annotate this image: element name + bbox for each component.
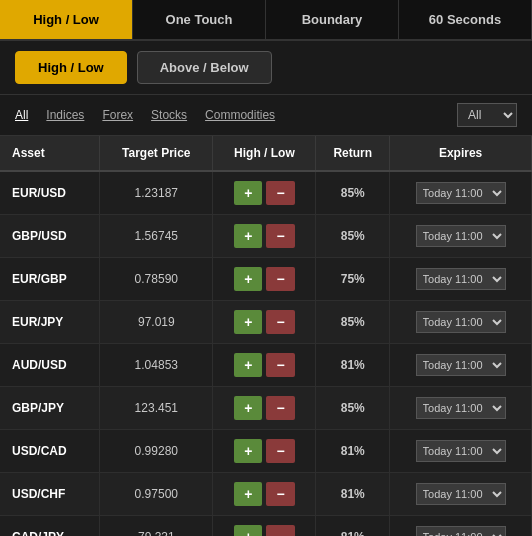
tab-one-touch[interactable]: One Touch bbox=[133, 0, 266, 39]
low-button[interactable]: − bbox=[266, 482, 294, 506]
expires-select[interactable]: Today 11:00 bbox=[416, 311, 506, 333]
table-row: EUR/JPY97.019+−85%Today 11:00 bbox=[0, 301, 532, 344]
cell-return: 81% bbox=[316, 516, 390, 537]
col-header-expires: Expires bbox=[390, 136, 532, 171]
low-button[interactable]: − bbox=[266, 310, 294, 334]
expires-select[interactable]: Today 11:00 bbox=[416, 225, 506, 247]
col-header-return: Return bbox=[316, 136, 390, 171]
cell-target-price: 1.04853 bbox=[100, 344, 213, 387]
col-header-high-low: High / Low bbox=[213, 136, 316, 171]
filter-commodities[interactable]: Commodities bbox=[205, 108, 275, 122]
cell-high-low: +− bbox=[213, 344, 316, 387]
table-row: AUD/USD1.04853+−81%Today 11:00 bbox=[0, 344, 532, 387]
cell-return: 81% bbox=[316, 430, 390, 473]
low-button[interactable]: − bbox=[266, 396, 294, 420]
filter-forex[interactable]: Forex bbox=[102, 108, 133, 122]
high-button[interactable]: + bbox=[234, 482, 262, 506]
cell-target-price: 0.99280 bbox=[100, 430, 213, 473]
cell-expires: Today 11:00 bbox=[390, 258, 532, 301]
cell-return: 85% bbox=[316, 171, 390, 215]
cell-high-low: +− bbox=[213, 301, 316, 344]
tab-60-seconds[interactable]: 60 Seconds bbox=[399, 0, 532, 39]
low-button[interactable]: − bbox=[266, 267, 294, 291]
high-button[interactable]: + bbox=[234, 267, 262, 291]
sub-btn-high-low[interactable]: High / Low bbox=[15, 51, 127, 84]
cell-expires: Today 11:00 bbox=[390, 473, 532, 516]
high-button[interactable]: + bbox=[234, 525, 262, 536]
cell-return: 85% bbox=[316, 387, 390, 430]
cell-asset: GBP/JPY bbox=[0, 387, 100, 430]
expires-select[interactable]: Today 11:00 bbox=[416, 268, 506, 290]
filter-stocks[interactable]: Stocks bbox=[151, 108, 187, 122]
sub-buttons: High / Low Above / Below bbox=[0, 41, 532, 95]
cell-target-price: 0.78590 bbox=[100, 258, 213, 301]
sub-btn-above-below[interactable]: Above / Below bbox=[137, 51, 272, 84]
cell-asset: AUD/USD bbox=[0, 344, 100, 387]
high-button[interactable]: + bbox=[234, 224, 262, 248]
expires-select[interactable]: Today 11:00 bbox=[416, 182, 506, 204]
high-button[interactable]: + bbox=[234, 353, 262, 377]
table-row: CAD/JPY79.331+−81%Today 11:00 bbox=[0, 516, 532, 537]
cell-target-price: 1.23187 bbox=[100, 171, 213, 215]
cell-asset: CAD/JPY bbox=[0, 516, 100, 537]
cell-asset: EUR/USD bbox=[0, 171, 100, 215]
low-button[interactable]: − bbox=[266, 525, 294, 536]
cell-return: 81% bbox=[316, 473, 390, 516]
low-button[interactable]: − bbox=[266, 439, 294, 463]
cell-high-low: +− bbox=[213, 473, 316, 516]
table-row: GBP/USD1.56745+−85%Today 11:00 bbox=[0, 215, 532, 258]
cell-expires: Today 11:00 bbox=[390, 301, 532, 344]
cell-expires: Today 11:00 bbox=[390, 344, 532, 387]
cell-target-price: 97.019 bbox=[100, 301, 213, 344]
expires-select[interactable]: Today 11:00 bbox=[416, 526, 506, 536]
cell-high-low: +− bbox=[213, 430, 316, 473]
low-button[interactable]: − bbox=[266, 181, 294, 205]
cell-expires: Today 11:00 bbox=[390, 430, 532, 473]
cell-high-low: +− bbox=[213, 171, 316, 215]
cell-high-low: +− bbox=[213, 258, 316, 301]
table-row: USD/CAD0.99280+−81%Today 11:00 bbox=[0, 430, 532, 473]
filter-indices[interactable]: Indices bbox=[46, 108, 84, 122]
table-header-row: Asset Target Price High / Low Return Exp… bbox=[0, 136, 532, 171]
cell-return: 75% bbox=[316, 258, 390, 301]
currency-filter-select[interactable]: All EUR GBP USD JPY bbox=[457, 103, 517, 127]
expires-select[interactable]: Today 11:00 bbox=[416, 354, 506, 376]
expires-select[interactable]: Today 11:00 bbox=[416, 483, 506, 505]
low-button[interactable]: − bbox=[266, 224, 294, 248]
cell-expires: Today 11:00 bbox=[390, 387, 532, 430]
expires-select[interactable]: Today 11:00 bbox=[416, 440, 506, 462]
cell-asset: GBP/USD bbox=[0, 215, 100, 258]
high-button[interactable]: + bbox=[234, 181, 262, 205]
cell-target-price: 79.331 bbox=[100, 516, 213, 537]
cell-return: 81% bbox=[316, 344, 390, 387]
tab-boundary[interactable]: Boundary bbox=[266, 0, 399, 39]
cell-high-low: +− bbox=[213, 387, 316, 430]
cell-asset: USD/CHF bbox=[0, 473, 100, 516]
cell-expires: Today 11:00 bbox=[390, 171, 532, 215]
cell-target-price: 123.451 bbox=[100, 387, 213, 430]
cell-asset: EUR/GBP bbox=[0, 258, 100, 301]
assets-table: Asset Target Price High / Low Return Exp… bbox=[0, 136, 532, 536]
table-row: EUR/GBP0.78590+−75%Today 11:00 bbox=[0, 258, 532, 301]
cell-asset: EUR/JPY bbox=[0, 301, 100, 344]
tab-high-low[interactable]: High / Low bbox=[0, 0, 133, 39]
cell-high-low: +− bbox=[213, 215, 316, 258]
table-row: GBP/JPY123.451+−85%Today 11:00 bbox=[0, 387, 532, 430]
table-row: EUR/USD1.23187+−85%Today 11:00 bbox=[0, 171, 532, 215]
high-button[interactable]: + bbox=[234, 439, 262, 463]
high-button[interactable]: + bbox=[234, 310, 262, 334]
cell-return: 85% bbox=[316, 215, 390, 258]
high-button[interactable]: + bbox=[234, 396, 262, 420]
expires-select[interactable]: Today 11:00 bbox=[416, 397, 506, 419]
table-row: USD/CHF0.97500+−81%Today 11:00 bbox=[0, 473, 532, 516]
cell-high-low: +− bbox=[213, 516, 316, 537]
cell-expires: Today 11:00 bbox=[390, 215, 532, 258]
cell-asset: USD/CAD bbox=[0, 430, 100, 473]
filter-row: All Indices Forex Stocks Commodities All… bbox=[0, 95, 532, 136]
low-button[interactable]: − bbox=[266, 353, 294, 377]
cell-target-price: 1.56745 bbox=[100, 215, 213, 258]
col-header-asset: Asset bbox=[0, 136, 100, 171]
col-header-target-price: Target Price bbox=[100, 136, 213, 171]
filter-all[interactable]: All bbox=[15, 108, 28, 122]
cell-expires: Today 11:00 bbox=[390, 516, 532, 537]
